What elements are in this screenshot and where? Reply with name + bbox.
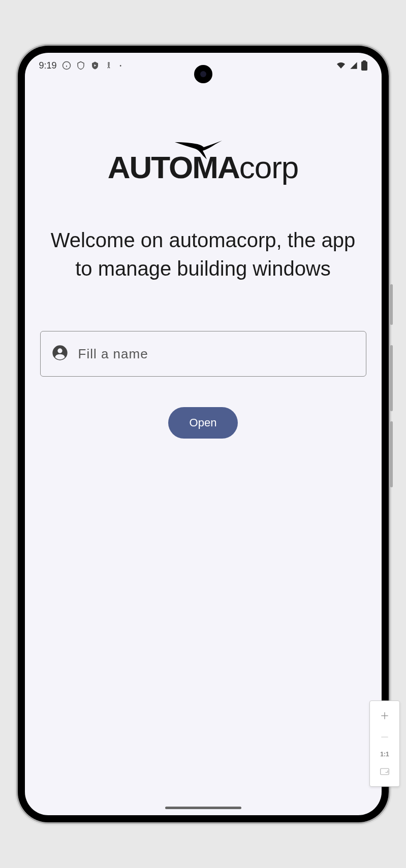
dot-icon: •: [120, 63, 122, 69]
person-icon: [52, 345, 68, 363]
signal-icon: [349, 61, 358, 70]
battery-icon: [361, 60, 367, 71]
main-content: AUTOMAcorp Welcome on automacorp, the ap…: [25, 78, 382, 439]
svg-rect-5: [363, 60, 366, 62]
app-logo: AUTOMAcorp: [108, 149, 299, 185]
device-frame: 9:19 •: [18, 46, 389, 822]
screen: 9:19 •: [25, 53, 382, 815]
open-button[interactable]: Open: [168, 407, 238, 439]
status-time: 9:19: [39, 60, 57, 71]
zoom-in-button[interactable]: [370, 705, 399, 726]
volume-down-button[interactable]: [390, 421, 393, 487]
svg-point-3: [108, 62, 109, 64]
volume-up-button[interactable]: [390, 345, 393, 411]
info-icon: [62, 61, 71, 70]
camera-punch-hole: [194, 65, 212, 83]
name-input[interactable]: [78, 346, 355, 362]
zoom-panel: 1:1: [369, 700, 400, 787]
zoom-out-button[interactable]: [370, 726, 399, 748]
name-field-container[interactable]: [40, 331, 366, 377]
power-button[interactable]: [390, 284, 393, 325]
svg-rect-4: [361, 61, 367, 71]
gesture-nav-bar[interactable]: [165, 807, 241, 809]
svg-point-7: [57, 348, 62, 353]
shield-outline-icon: [76, 61, 85, 70]
wellbeing-icon: [105, 61, 113, 70]
bird-icon: [172, 138, 223, 165]
logo-text-light: corp: [239, 150, 299, 185]
welcome-heading: Welcome on automacorp, the app to manage…: [40, 226, 366, 283]
zoom-ratio-label[interactable]: 1:1: [380, 751, 389, 758]
zoom-fit-button[interactable]: [370, 761, 399, 782]
wifi-icon: [336, 61, 346, 70]
shield-play-icon: [90, 61, 100, 70]
